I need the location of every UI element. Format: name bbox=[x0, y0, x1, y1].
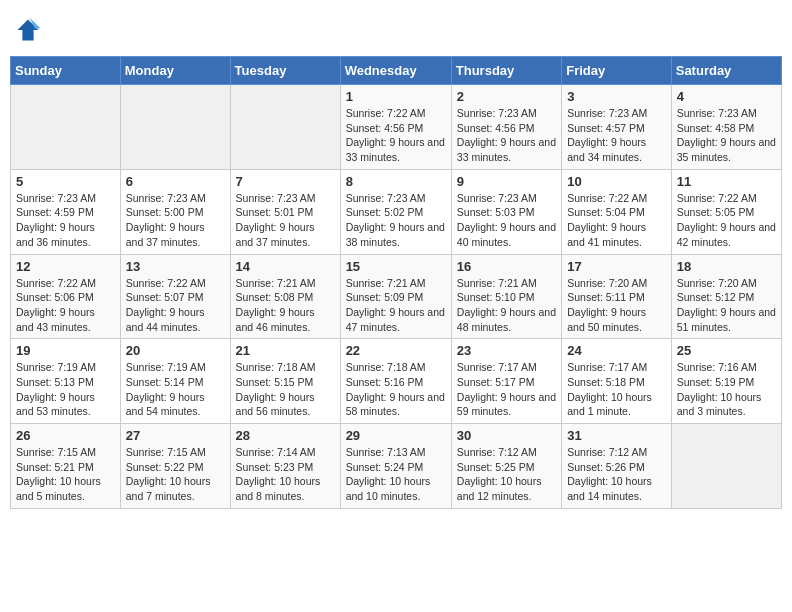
day-number: 29 bbox=[346, 428, 446, 443]
calendar-cell: 6Sunrise: 7:23 AM Sunset: 5:00 PM Daylig… bbox=[120, 169, 230, 254]
calendar-cell: 23Sunrise: 7:17 AM Sunset: 5:17 PM Dayli… bbox=[451, 339, 561, 424]
calendar-week-4: 19Sunrise: 7:19 AM Sunset: 5:13 PM Dayli… bbox=[11, 339, 782, 424]
day-info: Sunrise: 7:17 AM Sunset: 5:17 PM Dayligh… bbox=[457, 360, 556, 419]
page-header bbox=[10, 10, 782, 50]
day-number: 25 bbox=[677, 343, 776, 358]
day-number: 21 bbox=[236, 343, 335, 358]
day-info: Sunrise: 7:18 AM Sunset: 5:15 PM Dayligh… bbox=[236, 360, 335, 419]
calendar-cell: 24Sunrise: 7:17 AM Sunset: 5:18 PM Dayli… bbox=[562, 339, 672, 424]
calendar-cell bbox=[11, 85, 121, 170]
calendar-cell: 8Sunrise: 7:23 AM Sunset: 5:02 PM Daylig… bbox=[340, 169, 451, 254]
day-number: 4 bbox=[677, 89, 776, 104]
day-info: Sunrise: 7:18 AM Sunset: 5:16 PM Dayligh… bbox=[346, 360, 446, 419]
day-info: Sunrise: 7:16 AM Sunset: 5:19 PM Dayligh… bbox=[677, 360, 776, 419]
day-number: 6 bbox=[126, 174, 225, 189]
weekday-header-friday: Friday bbox=[562, 57, 672, 85]
calendar-week-3: 12Sunrise: 7:22 AM Sunset: 5:06 PM Dayli… bbox=[11, 254, 782, 339]
calendar-cell bbox=[230, 85, 340, 170]
day-number: 12 bbox=[16, 259, 115, 274]
day-number: 24 bbox=[567, 343, 666, 358]
day-number: 10 bbox=[567, 174, 666, 189]
calendar-cell: 30Sunrise: 7:12 AM Sunset: 5:25 PM Dayli… bbox=[451, 424, 561, 509]
day-info: Sunrise: 7:19 AM Sunset: 5:14 PM Dayligh… bbox=[126, 360, 225, 419]
day-info: Sunrise: 7:12 AM Sunset: 5:25 PM Dayligh… bbox=[457, 445, 556, 504]
calendar-cell: 14Sunrise: 7:21 AM Sunset: 5:08 PM Dayli… bbox=[230, 254, 340, 339]
day-info: Sunrise: 7:20 AM Sunset: 5:12 PM Dayligh… bbox=[677, 276, 776, 335]
weekday-header-monday: Monday bbox=[120, 57, 230, 85]
day-info: Sunrise: 7:15 AM Sunset: 5:21 PM Dayligh… bbox=[16, 445, 115, 504]
calendar-cell: 17Sunrise: 7:20 AM Sunset: 5:11 PM Dayli… bbox=[562, 254, 672, 339]
weekday-header-tuesday: Tuesday bbox=[230, 57, 340, 85]
day-info: Sunrise: 7:22 AM Sunset: 5:04 PM Dayligh… bbox=[567, 191, 666, 250]
day-info: Sunrise: 7:22 AM Sunset: 4:56 PM Dayligh… bbox=[346, 106, 446, 165]
calendar-cell: 3Sunrise: 7:23 AM Sunset: 4:57 PM Daylig… bbox=[562, 85, 672, 170]
calendar-cell: 29Sunrise: 7:13 AM Sunset: 5:24 PM Dayli… bbox=[340, 424, 451, 509]
day-info: Sunrise: 7:21 AM Sunset: 5:08 PM Dayligh… bbox=[236, 276, 335, 335]
day-info: Sunrise: 7:19 AM Sunset: 5:13 PM Dayligh… bbox=[16, 360, 115, 419]
day-number: 31 bbox=[567, 428, 666, 443]
day-number: 22 bbox=[346, 343, 446, 358]
calendar-cell: 10Sunrise: 7:22 AM Sunset: 5:04 PM Dayli… bbox=[562, 169, 672, 254]
day-info: Sunrise: 7:12 AM Sunset: 5:26 PM Dayligh… bbox=[567, 445, 666, 504]
calendar-cell: 9Sunrise: 7:23 AM Sunset: 5:03 PM Daylig… bbox=[451, 169, 561, 254]
calendar-cell: 18Sunrise: 7:20 AM Sunset: 5:12 PM Dayli… bbox=[671, 254, 781, 339]
weekday-header-row: SundayMondayTuesdayWednesdayThursdayFrid… bbox=[11, 57, 782, 85]
day-info: Sunrise: 7:21 AM Sunset: 5:10 PM Dayligh… bbox=[457, 276, 556, 335]
day-number: 7 bbox=[236, 174, 335, 189]
calendar-cell: 4Sunrise: 7:23 AM Sunset: 4:58 PM Daylig… bbox=[671, 85, 781, 170]
day-info: Sunrise: 7:23 AM Sunset: 4:59 PM Dayligh… bbox=[16, 191, 115, 250]
calendar-week-5: 26Sunrise: 7:15 AM Sunset: 5:21 PM Dayli… bbox=[11, 424, 782, 509]
weekday-header-thursday: Thursday bbox=[451, 57, 561, 85]
calendar-cell: 15Sunrise: 7:21 AM Sunset: 5:09 PM Dayli… bbox=[340, 254, 451, 339]
day-info: Sunrise: 7:23 AM Sunset: 5:00 PM Dayligh… bbox=[126, 191, 225, 250]
day-info: Sunrise: 7:22 AM Sunset: 5:05 PM Dayligh… bbox=[677, 191, 776, 250]
day-info: Sunrise: 7:23 AM Sunset: 5:03 PM Dayligh… bbox=[457, 191, 556, 250]
day-number: 13 bbox=[126, 259, 225, 274]
day-number: 1 bbox=[346, 89, 446, 104]
calendar-cell bbox=[671, 424, 781, 509]
day-number: 8 bbox=[346, 174, 446, 189]
day-number: 3 bbox=[567, 89, 666, 104]
calendar-cell: 1Sunrise: 7:22 AM Sunset: 4:56 PM Daylig… bbox=[340, 85, 451, 170]
logo-icon bbox=[14, 16, 42, 44]
weekday-header-sunday: Sunday bbox=[11, 57, 121, 85]
calendar-cell: 13Sunrise: 7:22 AM Sunset: 5:07 PM Dayli… bbox=[120, 254, 230, 339]
calendar-week-2: 5Sunrise: 7:23 AM Sunset: 4:59 PM Daylig… bbox=[11, 169, 782, 254]
calendar-cell: 27Sunrise: 7:15 AM Sunset: 5:22 PM Dayli… bbox=[120, 424, 230, 509]
day-number: 9 bbox=[457, 174, 556, 189]
day-info: Sunrise: 7:22 AM Sunset: 5:06 PM Dayligh… bbox=[16, 276, 115, 335]
calendar-cell: 25Sunrise: 7:16 AM Sunset: 5:19 PM Dayli… bbox=[671, 339, 781, 424]
day-info: Sunrise: 7:13 AM Sunset: 5:24 PM Dayligh… bbox=[346, 445, 446, 504]
calendar-cell: 2Sunrise: 7:23 AM Sunset: 4:56 PM Daylig… bbox=[451, 85, 561, 170]
calendar-cell: 5Sunrise: 7:23 AM Sunset: 4:59 PM Daylig… bbox=[11, 169, 121, 254]
day-number: 20 bbox=[126, 343, 225, 358]
day-number: 30 bbox=[457, 428, 556, 443]
day-number: 2 bbox=[457, 89, 556, 104]
day-number: 15 bbox=[346, 259, 446, 274]
day-info: Sunrise: 7:15 AM Sunset: 5:22 PM Dayligh… bbox=[126, 445, 225, 504]
day-number: 26 bbox=[16, 428, 115, 443]
calendar-cell: 21Sunrise: 7:18 AM Sunset: 5:15 PM Dayli… bbox=[230, 339, 340, 424]
day-info: Sunrise: 7:20 AM Sunset: 5:11 PM Dayligh… bbox=[567, 276, 666, 335]
day-number: 14 bbox=[236, 259, 335, 274]
day-info: Sunrise: 7:22 AM Sunset: 5:07 PM Dayligh… bbox=[126, 276, 225, 335]
day-number: 17 bbox=[567, 259, 666, 274]
svg-marker-0 bbox=[18, 20, 39, 41]
calendar-cell: 31Sunrise: 7:12 AM Sunset: 5:26 PM Dayli… bbox=[562, 424, 672, 509]
day-info: Sunrise: 7:23 AM Sunset: 4:58 PM Dayligh… bbox=[677, 106, 776, 165]
day-info: Sunrise: 7:23 AM Sunset: 4:57 PM Dayligh… bbox=[567, 106, 666, 165]
day-number: 28 bbox=[236, 428, 335, 443]
logo bbox=[14, 16, 44, 44]
day-number: 5 bbox=[16, 174, 115, 189]
day-number: 11 bbox=[677, 174, 776, 189]
calendar-table: SundayMondayTuesdayWednesdayThursdayFrid… bbox=[10, 56, 782, 509]
calendar-cell: 19Sunrise: 7:19 AM Sunset: 5:13 PM Dayli… bbox=[11, 339, 121, 424]
day-number: 19 bbox=[16, 343, 115, 358]
day-number: 18 bbox=[677, 259, 776, 274]
calendar-cell: 7Sunrise: 7:23 AM Sunset: 5:01 PM Daylig… bbox=[230, 169, 340, 254]
calendar-cell: 11Sunrise: 7:22 AM Sunset: 5:05 PM Dayli… bbox=[671, 169, 781, 254]
weekday-header-wednesday: Wednesday bbox=[340, 57, 451, 85]
calendar-cell: 28Sunrise: 7:14 AM Sunset: 5:23 PM Dayli… bbox=[230, 424, 340, 509]
day-number: 23 bbox=[457, 343, 556, 358]
calendar-cell: 22Sunrise: 7:18 AM Sunset: 5:16 PM Dayli… bbox=[340, 339, 451, 424]
